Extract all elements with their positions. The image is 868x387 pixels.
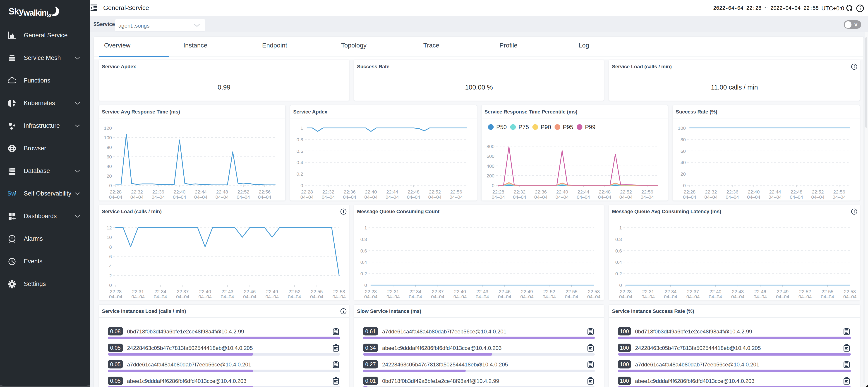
svg-text:22:55: 22:55 <box>822 289 834 294</box>
svg-text:04–04: 04–04 <box>322 195 335 200</box>
svg-text:22:32: 22:32 <box>705 189 717 195</box>
svg-text:22:36: 22:36 <box>152 189 164 195</box>
svg-text:0: 0 <box>109 283 112 288</box>
svg-text:22:37: 22:37 <box>432 289 444 294</box>
svg-text:22:36: 22:36 <box>726 189 739 195</box>
svg-text:0.6: 0.6 <box>361 248 367 253</box>
svg-text:04–04: 04–04 <box>428 195 442 200</box>
svg-text:22:28: 22:28 <box>301 189 313 195</box>
svg-text:22:52: 22:52 <box>238 189 249 195</box>
svg-text:22:43: 22:43 <box>221 289 234 294</box>
svg-text:04–04: 04–04 <box>556 195 569 200</box>
svg-text:0: 0 <box>619 283 622 288</box>
svg-text:04–04: 04–04 <box>407 195 420 200</box>
svg-text:12: 12 <box>106 225 112 230</box>
svg-text:04–04: 04–04 <box>154 294 167 299</box>
svg-text:20: 20 <box>106 173 112 179</box>
svg-text:04–04: 04–04 <box>258 195 272 200</box>
svg-text:4: 4 <box>109 263 112 269</box>
svg-text:22:52: 22:52 <box>429 189 441 195</box>
svg-text:P99: P99 <box>585 124 595 131</box>
svg-text:22:34: 22:34 <box>154 289 166 294</box>
svg-text:22:40: 22:40 <box>748 189 760 195</box>
svg-text:22:28: 22:28 <box>110 189 122 195</box>
svg-text:22:31: 22:31 <box>132 289 144 294</box>
svg-text:22:52: 22:52 <box>544 289 555 294</box>
svg-text:04–04: 04–04 <box>343 195 356 200</box>
svg-text:22:48: 22:48 <box>216 189 228 195</box>
svg-text:22:31: 22:31 <box>387 289 399 294</box>
svg-text:22:32: 22:32 <box>131 189 143 195</box>
svg-text:0.4: 0.4 <box>615 259 622 265</box>
svg-text:10: 10 <box>106 235 112 240</box>
svg-text:22:43: 22:43 <box>732 289 744 294</box>
svg-text:04–04: 04–04 <box>454 294 467 299</box>
svg-text:1: 1 <box>301 126 303 131</box>
svg-text:0: 0 <box>109 183 112 188</box>
svg-text:0.2: 0.2 <box>615 271 622 276</box>
svg-text:40: 40 <box>106 164 112 169</box>
svg-text:600: 600 <box>487 153 494 159</box>
svg-text:0: 0 <box>492 183 494 188</box>
svg-text:22:31: 22:31 <box>642 289 654 294</box>
svg-text:04–04: 04–04 <box>642 294 655 299</box>
svg-text:22:40: 22:40 <box>365 189 377 195</box>
svg-text:04–04: 04–04 <box>799 294 812 299</box>
svg-text:22:40: 22:40 <box>710 289 721 294</box>
svg-text:04–04: 04–04 <box>109 294 122 299</box>
svg-text:22:52: 22:52 <box>620 189 632 195</box>
svg-text:0: 0 <box>683 183 686 188</box>
svg-text:22:37: 22:37 <box>177 289 189 294</box>
svg-text:0.8: 0.8 <box>615 237 622 242</box>
svg-text:22:56: 22:56 <box>450 189 462 195</box>
svg-text:04–04: 04–04 <box>152 195 165 200</box>
svg-text:0.2: 0.2 <box>361 271 367 276</box>
svg-text:04–04: 04–04 <box>821 294 834 299</box>
svg-text:04–04: 04–04 <box>409 294 422 299</box>
svg-text:22:48: 22:48 <box>599 189 611 195</box>
svg-text:22:49: 22:49 <box>521 289 533 294</box>
svg-text:80: 80 <box>681 137 686 142</box>
svg-text:22:49: 22:49 <box>777 289 789 294</box>
svg-text:22:56: 22:56 <box>259 189 271 195</box>
svg-text:22:36: 22:36 <box>535 189 547 195</box>
svg-text:04–04: 04–04 <box>664 294 677 299</box>
svg-text:04–04: 04–04 <box>704 195 718 200</box>
svg-text:0.2: 0.2 <box>297 171 303 177</box>
svg-text:1: 1 <box>619 225 622 230</box>
svg-text:22:28: 22:28 <box>110 289 122 294</box>
svg-text:04–04: 04–04 <box>194 195 208 200</box>
svg-text:22:40: 22:40 <box>454 289 466 294</box>
svg-text:04–04: 04–04 <box>534 195 548 200</box>
svg-text:0.4: 0.4 <box>361 259 367 265</box>
svg-text:22:37: 22:37 <box>687 289 699 294</box>
svg-text:22:49: 22:49 <box>266 289 278 294</box>
svg-text:04–04: 04–04 <box>641 195 654 200</box>
svg-text:04–04: 04–04 <box>513 195 526 200</box>
svg-text:22:56: 22:56 <box>641 189 653 195</box>
svg-text:2: 2 <box>109 273 112 278</box>
svg-text:0.8: 0.8 <box>297 137 303 142</box>
svg-text:04–04: 04–04 <box>173 195 186 200</box>
svg-text:22:46: 22:46 <box>499 289 511 294</box>
svg-text:04–04: 04–04 <box>476 294 489 299</box>
svg-text:P90: P90 <box>540 124 551 131</box>
svg-text:04–04: 04–04 <box>577 195 590 200</box>
svg-text:22:52: 22:52 <box>288 289 301 294</box>
svg-text:22:44: 22:44 <box>386 189 398 195</box>
svg-text:P75: P75 <box>519 124 529 131</box>
svg-text:04–04: 04–04 <box>683 195 696 200</box>
svg-text:800: 800 <box>487 144 494 149</box>
svg-text:22:56: 22:56 <box>833 189 845 195</box>
svg-text:22:34: 22:34 <box>409 289 422 294</box>
svg-text:22:46: 22:46 <box>754 289 766 294</box>
svg-text:0: 0 <box>301 183 303 188</box>
svg-text:04–04: 04–04 <box>498 294 512 299</box>
svg-text:0.6: 0.6 <box>297 148 303 154</box>
svg-text:200: 200 <box>487 173 494 178</box>
svg-text:100: 100 <box>104 135 112 140</box>
svg-text:22:55: 22:55 <box>311 289 323 294</box>
svg-text:22:44: 22:44 <box>578 189 590 195</box>
svg-text:04–04: 04–04 <box>790 195 803 200</box>
svg-text:04–04: 04–04 <box>843 294 857 299</box>
